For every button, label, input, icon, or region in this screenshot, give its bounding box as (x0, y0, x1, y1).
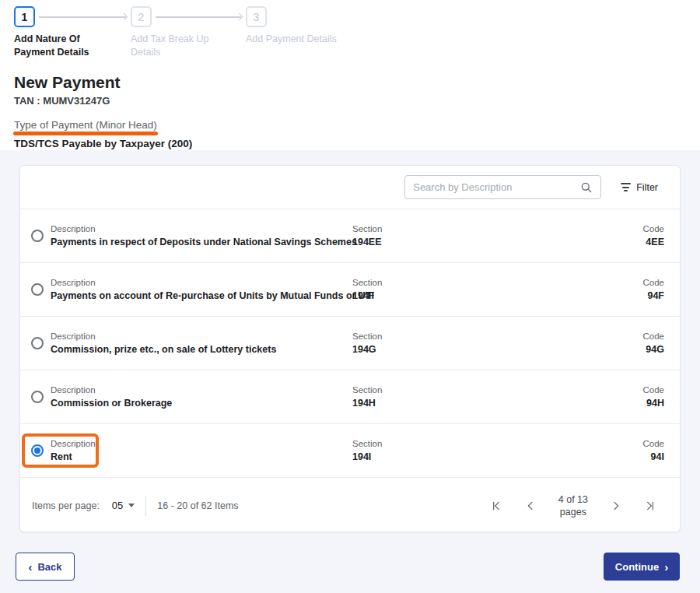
last-page-button[interactable] (644, 500, 656, 512)
step-3-box: 3 (246, 6, 267, 27)
table-row[interactable]: Description Payments on account of Re-pu… (20, 263, 680, 317)
step-1-number: 1 (22, 11, 28, 23)
column-label-description: Description (51, 385, 352, 395)
divider (145, 496, 146, 516)
page-indicator: 4 of 13 pages (558, 493, 588, 518)
continue-button[interactable]: Continue › (604, 553, 680, 581)
step-1-box: 1 (14, 6, 35, 27)
search-icon (580, 181, 593, 194)
page-title: New Payment (14, 73, 121, 92)
first-page-button[interactable] (490, 500, 502, 512)
row-description: Payments on account of Re-purchase of Un… (51, 290, 352, 301)
step-connector-arrow-icon (236, 13, 243, 21)
column-label-code: Code (594, 224, 664, 233)
column-label-code: Code (594, 385, 664, 395)
chevron-right-icon: › (664, 561, 668, 573)
column-label-code: Code (594, 332, 664, 341)
payment-type-label: Type of Payment (Minor Head) (14, 119, 157, 131)
filter-button[interactable]: Filter (620, 182, 658, 193)
row-code: 94F (594, 290, 664, 301)
stepper: 1 Add Nature Of Payment Details 2 Add Ta… (0, 0, 700, 62)
page-header-section: 1 Add Nature Of Payment Details 2 Add Ta… (0, 0, 700, 150)
row-code: 94G (594, 344, 664, 355)
pagination-bar: Items per page: 05 16 - 20 of 62 Items 4… (20, 478, 680, 533)
caret-down-icon (128, 504, 135, 507)
annotation-underline (13, 132, 158, 135)
column-label-code: Code (594, 439, 664, 448)
table-row[interactable]: Description Commission, prize etc., on s… (20, 317, 680, 370)
items-per-page-select[interactable]: 05 (112, 500, 135, 511)
radio-button-selected[interactable] (31, 444, 44, 457)
row-code: 94I (594, 451, 664, 462)
tan-number: TAN : MUMV31247G (14, 95, 110, 107)
table-row[interactable]: Description Payments in respect of Depos… (20, 209, 680, 263)
page-navigation: 4 of 13 pages (490, 493, 656, 518)
radio-button[interactable] (31, 337, 44, 349)
column-label-code: Code (594, 278, 664, 287)
filter-button-label: Filter (636, 182, 658, 193)
column-label-section: Section (352, 439, 594, 448)
step-2-number: 2 (138, 11, 145, 23)
column-label-description: Description (51, 439, 352, 448)
step-3-label: Add Payment Details (246, 33, 338, 46)
column-label-section: Section (352, 224, 594, 233)
table-row[interactable]: Description Commission or Brokerage Sect… (20, 370, 680, 424)
previous-page-button[interactable] (524, 500, 537, 512)
payment-type-value: TDS/TCS Payable by Taxpayer (200) (14, 138, 192, 149)
radio-button[interactable] (31, 283, 44, 296)
step-connector-line (156, 16, 241, 18)
step-3-number: 3 (254, 11, 260, 23)
radio-button[interactable] (31, 391, 44, 403)
step-2-label: Add Tax Break Up Details (131, 33, 222, 59)
step-2-box: 2 (131, 6, 152, 27)
payment-options-card: Filter Description Payments in respect o… (19, 165, 681, 532)
content-section: Filter Description Payments in respect o… (0, 150, 700, 593)
next-page-button[interactable] (610, 500, 622, 512)
row-section: 194H (352, 398, 594, 409)
row-code: 4EE (594, 237, 664, 247)
search-input[interactable] (413, 181, 580, 193)
continue-button-label: Continue (615, 561, 659, 573)
row-code: 94H (594, 398, 664, 409)
step-connector-arrow-icon (121, 13, 128, 21)
row-description: Payments in respect of Deposits under Na… (51, 237, 352, 247)
back-button-label: Back (37, 561, 61, 573)
table-row-selected[interactable]: Description Rent Section 194I Code 94I (20, 424, 680, 478)
table-toolbar: Filter (20, 166, 680, 209)
back-button[interactable]: ‹ Back (16, 553, 75, 581)
step-connector-line (39, 16, 126, 18)
page-indicator-line1: 4 of 13 (558, 493, 588, 506)
column-label-description: Description (51, 278, 352, 287)
row-section: 194I (352, 451, 594, 462)
column-label-section: Section (352, 332, 594, 341)
row-description: Commission or Brokerage (51, 398, 352, 409)
row-description: Commission, prize etc., on sale of Lotte… (51, 344, 352, 355)
column-label-description: Description (51, 224, 352, 233)
items-per-page-value: 05 (112, 500, 123, 511)
search-box[interactable] (404, 175, 601, 199)
row-section: 194G (352, 344, 594, 355)
chevron-left-icon: ‹ (28, 561, 32, 573)
row-description: Rent (51, 451, 352, 462)
column-label-section: Section (352, 278, 594, 287)
filter-icon (620, 183, 631, 191)
radio-button[interactable] (31, 230, 44, 242)
items-range-text: 16 - 20 of 62 Items (157, 500, 238, 511)
column-label-section: Section (352, 385, 594, 395)
step-1-label: Add Nature Of Payment Details (14, 33, 106, 59)
column-label-description: Description (51, 332, 352, 341)
row-section: 194EE (352, 237, 594, 247)
row-section: 194F (352, 290, 594, 301)
page-indicator-line2: pages (558, 506, 588, 518)
items-per-page-label: Items per page: (32, 500, 100, 511)
